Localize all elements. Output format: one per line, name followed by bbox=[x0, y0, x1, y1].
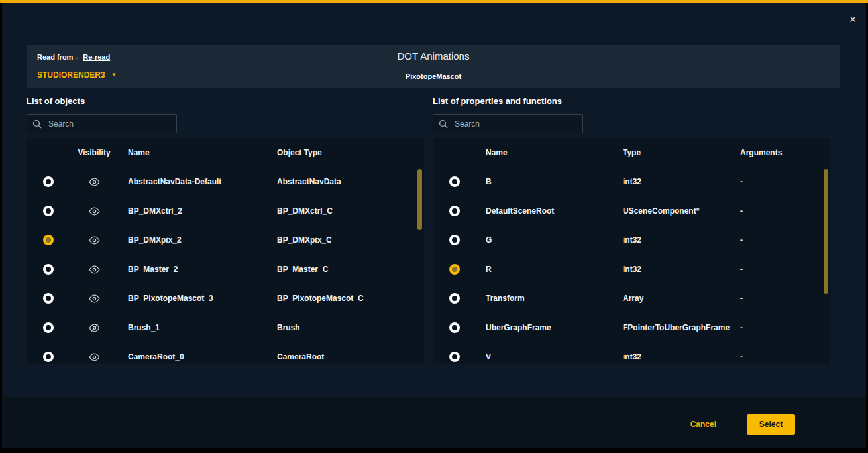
property-arguments: - bbox=[740, 294, 830, 303]
objects-search-input[interactable] bbox=[47, 119, 171, 129]
property-type: int32 bbox=[623, 235, 740, 245]
column-header-object-type: Object Type bbox=[277, 148, 424, 157]
properties-table: Name Type Arguments B int32 - DefaultSce… bbox=[433, 138, 830, 364]
object-type: Brush bbox=[277, 323, 424, 332]
table-row[interactable]: BP_PixotopeMascot_3 BP_PixotopeMascot_C bbox=[27, 284, 424, 313]
table-row[interactable]: G int32 - bbox=[433, 226, 830, 255]
table-row[interactable]: CameraRoot_0 CameraRoot bbox=[27, 342, 424, 364]
object-type: BP_PixotopeMascot_C bbox=[277, 294, 424, 303]
property-arguments: - bbox=[740, 206, 830, 216]
row-radio[interactable] bbox=[449, 206, 460, 216]
dialog-header: Read from - Re-read STUDIORENDER3 ▼ DOT … bbox=[27, 45, 840, 88]
column-header-name: Name bbox=[476, 148, 623, 157]
table-row[interactable]: DefaultSceneRoot USceneComponent* - bbox=[433, 196, 830, 226]
property-type: FPointerToUberGraphFrame bbox=[623, 323, 740, 332]
property-arguments: - bbox=[740, 265, 830, 274]
property-type: int32 bbox=[623, 265, 740, 274]
object-name: AbstractNavData-Default bbox=[118, 177, 277, 186]
row-radio[interactable] bbox=[43, 176, 54, 187]
select-button[interactable]: Select bbox=[747, 414, 795, 435]
objects-table-body: AbstractNavData-Default AbstractNavData … bbox=[27, 167, 424, 364]
properties-search-input[interactable] bbox=[453, 119, 577, 129]
property-name: Transform bbox=[476, 294, 623, 303]
search-icon bbox=[439, 119, 448, 129]
properties-scrollbar[interactable] bbox=[824, 169, 828, 294]
object-type: AbstractNavData bbox=[277, 177, 424, 186]
object-name: BP_Master_2 bbox=[118, 265, 277, 274]
footer-actions: Cancel Select bbox=[690, 414, 795, 435]
cancel-button[interactable]: Cancel bbox=[690, 420, 716, 429]
row-radio[interactable] bbox=[449, 293, 460, 304]
dialog-title: DOT Animations bbox=[27, 50, 840, 62]
property-name: DefaultSceneRoot bbox=[476, 206, 623, 216]
row-radio[interactable] bbox=[43, 293, 54, 304]
table-row[interactable]: UberGraphFrame FPointerToUberGraphFrame … bbox=[433, 313, 830, 342]
search-icon bbox=[32, 119, 42, 129]
table-row[interactable]: BP_DMXpix_2 BP_DMXpix_C bbox=[27, 226, 424, 255]
table-row[interactable]: Brush_1 Brush bbox=[27, 313, 424, 342]
object-name: CameraRoot_0 bbox=[118, 352, 277, 361]
table-row[interactable]: AbstractNavData-Default AbstractNavData bbox=[27, 167, 424, 196]
table-row[interactable]: B int32 - bbox=[433, 167, 830, 196]
object-type: BP_DMXpix_C bbox=[277, 235, 424, 245]
objects-table-header: Visibility Name Object Type bbox=[27, 138, 424, 167]
properties-table-header: Name Type Arguments bbox=[433, 138, 830, 167]
eye-icon[interactable] bbox=[89, 178, 100, 186]
close-icon[interactable]: ✕ bbox=[845, 12, 860, 27]
property-arguments: - bbox=[740, 352, 830, 361]
column-header-visibility: Visibility bbox=[70, 148, 118, 157]
property-name: G bbox=[476, 235, 623, 245]
row-radio[interactable] bbox=[43, 264, 54, 275]
property-name: UberGraphFrame bbox=[476, 323, 623, 332]
objects-scrollbar[interactable] bbox=[417, 169, 422, 230]
property-arguments: - bbox=[740, 235, 830, 245]
object-name: BP_PixotopeMascot_3 bbox=[118, 294, 277, 303]
app-window: ✕ Read from - Re-read STUDIORENDER3 ▼ DO… bbox=[0, 0, 868, 453]
property-type: int32 bbox=[623, 177, 740, 186]
eye-icon[interactable] bbox=[89, 207, 100, 216]
eye-icon[interactable] bbox=[89, 353, 100, 361]
properties-search[interactable] bbox=[433, 114, 583, 133]
table-row[interactable]: BP_Master_2 BP_Master_C bbox=[27, 255, 424, 284]
eye-icon[interactable] bbox=[89, 265, 100, 274]
property-type: USceneComponent* bbox=[623, 206, 740, 216]
row-radio[interactable] bbox=[43, 235, 54, 245]
object-name: Brush_1 bbox=[118, 323, 277, 332]
object-name: BP_DMXpix_2 bbox=[118, 235, 277, 245]
column-header-name: Name bbox=[118, 148, 277, 157]
eye-off-icon[interactable] bbox=[89, 324, 100, 332]
eye-icon[interactable] bbox=[89, 236, 100, 245]
row-radio[interactable] bbox=[449, 322, 460, 333]
row-radio[interactable] bbox=[43, 322, 54, 333]
row-radio[interactable] bbox=[449, 352, 460, 362]
object-type: BP_Master_C bbox=[277, 265, 424, 274]
objects-heading: List of objects bbox=[27, 96, 85, 106]
table-row[interactable]: Transform Array - bbox=[433, 284, 830, 313]
object-type: BP_DMXctrl_C bbox=[277, 206, 424, 216]
eye-icon[interactable] bbox=[89, 294, 100, 303]
property-type: Array bbox=[623, 294, 740, 303]
row-radio[interactable] bbox=[43, 206, 54, 216]
property-arguments: - bbox=[740, 177, 830, 186]
dialog-subtitle: PixotopeMascot bbox=[27, 72, 840, 80]
property-arguments: - bbox=[740, 323, 830, 332]
row-radio[interactable] bbox=[449, 235, 460, 245]
property-name: V bbox=[476, 352, 623, 361]
table-row[interactable]: V int32 - bbox=[433, 342, 830, 364]
row-radio[interactable] bbox=[449, 176, 460, 187]
object-name: BP_DMXctrl_2 bbox=[118, 206, 277, 216]
column-header-arguments: Arguments bbox=[740, 148, 830, 157]
column-header-type: Type bbox=[623, 148, 740, 157]
table-row[interactable]: R int32 - bbox=[433, 255, 830, 284]
object-type: CameraRoot bbox=[277, 352, 424, 361]
property-name: B bbox=[476, 177, 623, 186]
row-radio[interactable] bbox=[449, 264, 460, 275]
properties-heading: List of properties and functions bbox=[433, 96, 562, 106]
property-name: R bbox=[476, 265, 623, 274]
objects-search[interactable] bbox=[27, 114, 177, 133]
properties-table-body: B int32 - DefaultSceneRoot USceneCompone… bbox=[433, 167, 830, 364]
property-type: int32 bbox=[623, 352, 740, 361]
objects-table: Visibility Name Object Type AbstractNavD… bbox=[27, 138, 424, 364]
table-row[interactable]: BP_DMXctrl_2 BP_DMXctrl_C bbox=[27, 196, 424, 226]
row-radio[interactable] bbox=[43, 352, 54, 362]
